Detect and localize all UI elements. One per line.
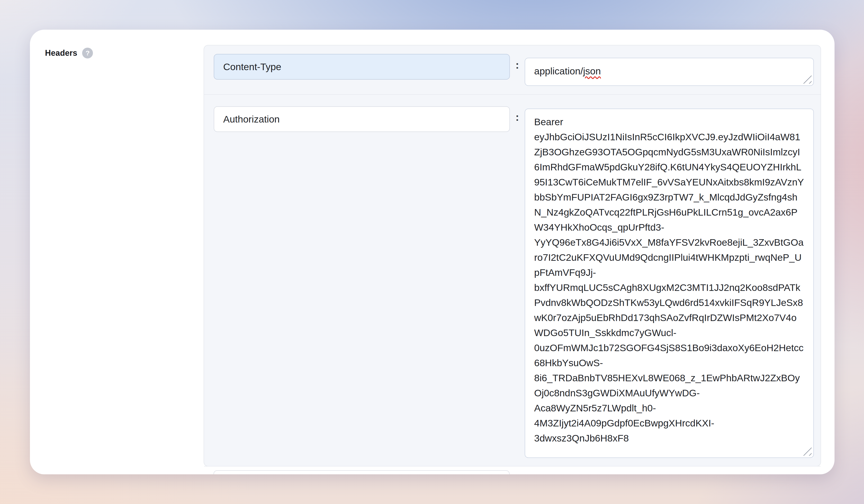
header-key-input-content-type[interactable]: Content-Type [214, 54, 510, 79]
help-icon[interactable]: ? [82, 48, 93, 59]
textarea-resize-grip-icon[interactable] [803, 447, 812, 456]
headers-editor-panel: Content-Type : application/json Authoriz… [204, 45, 821, 466]
form-card: Headers ? Content-Type : application/jso… [30, 30, 835, 474]
header-key-input-authorization[interactable]: Authorization [214, 106, 510, 132]
textarea-resize-grip-icon[interactable] [803, 75, 812, 84]
header-value-text: application/ [534, 66, 583, 76]
key-value-colon-separator: : [510, 104, 525, 130]
header-value-textarea-authorization[interactable]: Bearer eyJhbGciOiJSUzI1NiIsInR5cCI6IkpXV… [525, 109, 814, 458]
question-mark-glyph: ? [85, 49, 89, 57]
headers-label: Headers [45, 48, 77, 58]
row-divider [204, 94, 820, 95]
headers-field-label-row: Headers ? [45, 48, 93, 59]
header-key-input-next-row-cutoff[interactable] [214, 470, 509, 474]
header-value-textarea-content-type[interactable]: application/json [525, 58, 814, 86]
spellcheck-underlined-text: json [583, 66, 601, 76]
panel-bottom-border [204, 466, 820, 466]
key-value-colon-separator: : [510, 52, 525, 78]
bearer-token-text: Bearer eyJhbGciOiJSUzI1NiIsInR5cCI6IkpXV… [534, 116, 804, 444]
desktop-background: Headers ? Content-Type : application/jso… [0, 0, 864, 504]
